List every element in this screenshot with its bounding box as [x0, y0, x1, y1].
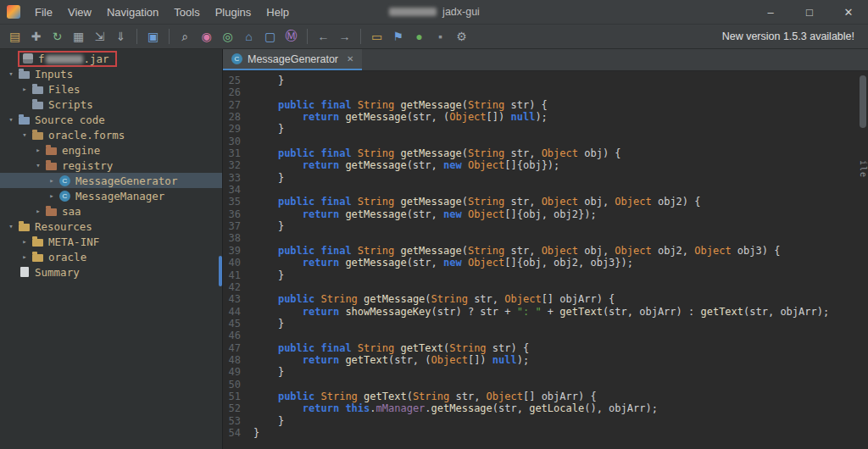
code-line[interactable]: 45 } — [223, 318, 868, 330]
quark-engine-icon[interactable]: Ⓜ — [281, 27, 301, 47]
code-line[interactable]: 37 } — [223, 220, 868, 232]
tree-item-jar-file[interactable]: f.jar — [0, 51, 222, 66]
open-device-icon[interactable]: ▭ — [367, 27, 387, 47]
menu-navigation[interactable]: Navigation — [99, 0, 166, 24]
code-search-icon[interactable]: ◎ — [218, 27, 237, 47]
code-line[interactable]: 44 return showMessageKey(str) ? str + ":… — [223, 306, 868, 318]
tree-item-message-generator[interactable]: ▸CMessageGenerator — [0, 173, 222, 188]
save-all-icon[interactable]: ▦ — [69, 27, 88, 47]
code-line[interactable]: 33 } — [223, 172, 868, 184]
line-number: 49 — [223, 366, 253, 378]
folder-icon — [17, 115, 31, 125]
code-line[interactable]: 36 return getMessage(str, new Object[]{o… — [223, 208, 868, 220]
tree-item-registry[interactable]: ▾registry — [0, 158, 222, 173]
line-number: 40 — [223, 257, 253, 269]
code-line[interactable]: 34 — [223, 184, 868, 196]
tree-item-engine[interactable]: ▸engine — [0, 142, 222, 158]
back-icon[interactable]: ← — [314, 27, 333, 47]
maximize-button[interactable]: □ — [790, 0, 829, 24]
reload-icon[interactable]: ↻ — [47, 27, 67, 47]
forward-icon[interactable]: → — [335, 27, 354, 47]
code-line[interactable]: 38 — [223, 232, 868, 244]
chevron-down-icon[interactable]: ▾ — [5, 115, 17, 124]
code-line[interactable]: 51 public String getText(String str, Obj… — [223, 391, 868, 402]
code-line[interactable]: 35 public final String getMessage(String… — [223, 196, 868, 208]
open-file-icon[interactable]: ▤ — [5, 27, 25, 47]
new-version-notice[interactable]: New version 1.5.3 available! — [722, 30, 863, 42]
tree-item-oracle-forms[interactable]: ▾oracle.forms — [0, 127, 222, 142]
tree-item-saa[interactable]: ▸saa — [0, 203, 222, 219]
bookmark-icon[interactable]: ⚑ — [388, 27, 408, 47]
chevron-right-icon[interactable]: ▸ — [19, 85, 31, 93]
tree-item-label: Resources — [31, 220, 96, 233]
menu-plugins[interactable]: Plugins — [208, 0, 259, 24]
code-line[interactable]: 49 } — [223, 366, 868, 378]
preferences-icon[interactable]: ⚙ — [452, 27, 471, 47]
chevron-down-icon[interactable]: ▾ — [5, 69, 17, 78]
code-line[interactable]: 40 return getMessage(str, new Object[]{o… — [223, 257, 868, 269]
code-line[interactable]: 27 public final String getMessage(String… — [223, 99, 868, 111]
code-line[interactable]: 46 — [223, 330, 868, 341]
tree-item-source-code[interactable]: ▾Source code — [0, 112, 222, 127]
preview-icon[interactable]: ▢ — [260, 27, 280, 47]
side-panel-tab[interactable]: ile — [859, 160, 868, 178]
chevron-right-icon[interactable]: ▸ — [19, 252, 31, 261]
code-editor[interactable]: 25 }2627 public final String getMessage(… — [223, 71, 868, 449]
code-line[interactable]: 54} — [223, 427, 868, 439]
chevron-down-icon[interactable]: ▾ — [32, 161, 44, 169]
chevron-right-icon[interactable]: ▸ — [32, 207, 44, 215]
code-line[interactable]: 30 — [223, 136, 868, 147]
tab-close-icon[interactable]: ✕ — [347, 54, 353, 64]
code-line[interactable]: 29 } — [223, 123, 868, 135]
debugger-icon[interactable]: ● — [409, 27, 429, 47]
code-line[interactable]: 26 — [223, 86, 868, 98]
annotation-red-box: f.jar — [18, 51, 117, 67]
close-button[interactable]: ✕ — [829, 0, 868, 24]
tree-item-inputs[interactable]: ▾Inputs — [0, 66, 222, 81]
menu-view[interactable]: View — [60, 0, 99, 24]
search-icon[interactable]: ⌕ — [175, 27, 195, 47]
main-activity-icon[interactable]: ⌂ — [239, 27, 259, 47]
minimize-button[interactable]: – — [751, 0, 790, 24]
add-files-icon[interactable]: ✚ — [26, 27, 46, 47]
deobfuscation-icon[interactable]: ▣ — [143, 27, 163, 47]
line-number: 27 — [223, 99, 253, 111]
code-line[interactable]: 52 return this.mManager.getMessage(str, … — [223, 402, 868, 414]
menu-tools[interactable]: Tools — [166, 0, 207, 24]
class-search-icon[interactable]: ◉ — [197, 27, 216, 47]
chevron-right-icon[interactable]: ▸ — [46, 176, 58, 185]
tree-item-summary[interactable]: Summary — [0, 264, 222, 280]
code-line[interactable]: 39 public final String getMessage(String… — [223, 245, 868, 257]
chevron-right-icon[interactable]: ▸ — [19, 237, 31, 246]
folder-icon — [31, 85, 45, 94]
tree-item-scripts[interactable]: Scripts — [0, 97, 222, 112]
log-viewer-icon[interactable]: ▪ — [431, 27, 450, 47]
download-icon[interactable]: ⇓ — [111, 27, 131, 47]
code-line[interactable]: 28 return getMessage(str, (Object[]) nul… — [223, 111, 868, 123]
tree-item-message-manager[interactable]: ▸CMessageManager — [0, 188, 222, 203]
menu-help[interactable]: Help — [259, 0, 297, 24]
export-icon[interactable]: ⇲ — [90, 27, 109, 47]
menu-file[interactable]: File — [27, 0, 60, 24]
code-line[interactable]: 43 public String getMessage(String str, … — [223, 293, 868, 305]
code-line[interactable]: 47 public final String getText(String st… — [223, 342, 868, 354]
tree-item-files[interactable]: ▸Files — [0, 81, 222, 97]
code-line[interactable]: 42 — [223, 281, 868, 293]
tab-messagegenerator[interactable]: C MessageGenerator ✕ — [223, 49, 362, 70]
code-line[interactable]: 53 } — [223, 415, 868, 427]
editor-scrollbar-thumb[interactable] — [860, 75, 866, 128]
code-line[interactable]: 32 return getMessage(str, new Object[]{o… — [223, 159, 868, 171]
code-line[interactable]: 41 } — [223, 269, 868, 281]
tree-item-resources[interactable]: ▾Resources — [0, 219, 222, 234]
code-line[interactable]: 31 public final String getMessage(String… — [223, 147, 868, 159]
code-line[interactable]: 25 } — [223, 75, 868, 86]
chevron-right-icon[interactable]: ▸ — [32, 146, 44, 154]
code-line[interactable]: 50 — [223, 379, 868, 391]
tree-scrollbar-thumb[interactable] — [219, 256, 222, 286]
tree-item-oracle[interactable]: ▸oracle — [0, 249, 222, 264]
code-line[interactable]: 48 return getText(str, (Object[]) null); — [223, 354, 868, 366]
tree-item-meta-inf[interactable]: ▸META-INF — [0, 234, 222, 249]
chevron-down-icon[interactable]: ▾ — [19, 130, 31, 139]
chevron-down-icon[interactable]: ▾ — [5, 222, 17, 230]
chevron-right-icon[interactable]: ▸ — [46, 191, 58, 200]
